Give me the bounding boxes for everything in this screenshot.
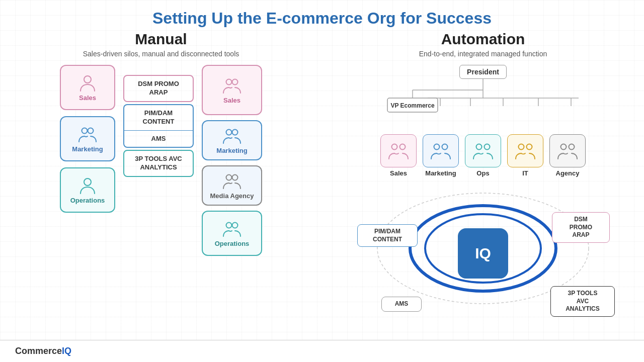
org-it-label: IT — [522, 169, 528, 177]
org-lines-svg: VP Ecommerce — [362, 79, 604, 134]
tool-ams: AMS — [123, 130, 194, 148]
svg-point-11 — [232, 222, 238, 228]
auto-tool-3p: 3P TOOLSAVCANALYTICS — [550, 286, 615, 317]
person-group-icon — [430, 141, 452, 161]
person-icon — [77, 176, 98, 195]
svg-point-28 — [476, 144, 482, 150]
person-icon — [222, 172, 242, 190]
manual-right-operations-box: Operations — [202, 211, 262, 256]
person-icon — [222, 220, 242, 238]
org-child-it: IT — [507, 134, 543, 177]
auto-tool-ams-label: AMS — [395, 300, 409, 307]
org-child-agency-box — [549, 134, 586, 167]
svg-point-8 — [226, 174, 232, 180]
svg-point-25 — [400, 144, 406, 150]
person-icon — [222, 76, 242, 95]
svg-point-30 — [519, 144, 524, 150]
manual-operations-box: Operations — [60, 167, 115, 213]
org-children-row: Sales Marketin — [380, 134, 586, 177]
org-child-it-box — [507, 134, 543, 167]
manual-sales-box: Sales — [60, 65, 115, 110]
manual-right-operations-label: Operations — [215, 240, 250, 247]
svg-point-29 — [485, 144, 490, 150]
org-ops-label: Ops — [476, 169, 489, 177]
manual-right-mediaagency-box: Media Agency — [202, 165, 262, 206]
org-chart: President — [332, 65, 634, 177]
svg-point-26 — [434, 144, 440, 150]
svg-point-3 — [84, 178, 91, 186]
tool-pim-ams-group: PIM/DAM CONTENT AMS — [123, 104, 194, 148]
manual-tools-col: DSM PROMO ARAP PIM/DAM CONTENT AMS 3P TO… — [123, 65, 194, 177]
tool-pim: PIM/DAM CONTENT — [123, 104, 194, 130]
manual-right-people-col: Sales Marketing — [202, 65, 262, 256]
auto-tool-ams: AMS — [381, 297, 422, 312]
svg-point-5 — [232, 79, 238, 84]
manual-title: Manual — [10, 31, 312, 48]
manual-right-sales-label: Sales — [223, 97, 240, 104]
manual-right-sales-box: Sales — [202, 65, 262, 115]
manual-right-marketing-box: Marketing — [202, 120, 262, 160]
manual-right-marketing-label: Marketing — [216, 147, 247, 154]
iq-center-box: IQ — [458, 228, 508, 279]
automation-title: Automation — [332, 31, 634, 48]
manual-marketing-label: Marketing — [72, 145, 103, 153]
automation-section: Automation End-to-end, integrated manage… — [322, 31, 644, 357]
person-group-icon — [472, 141, 494, 161]
manual-right-mediaagency-label: Media Agency — [210, 192, 254, 200]
auto-tool-dsm-label: DSMPROMOARAP — [570, 216, 592, 238]
footer: CommerceIQ — [0, 340, 644, 362]
org-child-marketing: Marketing — [423, 134, 459, 177]
iq-diagram: IQ PIM/DAMCONTENT DSMPROMOARAP AMS 3P T — [342, 183, 624, 324]
person-icon — [77, 74, 98, 92]
person-group-icon — [556, 141, 579, 161]
svg-point-27 — [442, 144, 448, 150]
svg-point-24 — [392, 144, 397, 150]
org-child-ops-box — [465, 134, 501, 167]
footer-logo-iq: IQ — [62, 346, 71, 356]
svg-point-4 — [226, 79, 232, 84]
tool-3p: 3P TOOLS AVC ANALYTICS — [123, 150, 194, 177]
org-top-level: President — [362, 65, 604, 134]
person-group-icon — [514, 141, 536, 161]
automation-subtitle: End-to-end, integrated managed function — [332, 50, 634, 58]
manual-people-col: Sales Marketing — [60, 65, 115, 213]
auto-tool-pim: PIM/DAMCONTENT — [357, 224, 418, 247]
org-sales-label: Sales — [390, 169, 407, 177]
svg-point-31 — [527, 144, 532, 150]
org-marketing-label: Marketing — [425, 169, 456, 177]
manual-section: Manual Sales-driven silos, manual and di… — [0, 31, 322, 357]
manual-sales-label: Sales — [79, 94, 96, 102]
org-child-sales: Sales — [380, 134, 417, 177]
page-wrapper: Setting Up the E-commerce Org for Succes… — [0, 0, 644, 362]
svg-point-32 — [561, 144, 567, 150]
person-icon — [222, 127, 242, 145]
svg-point-1 — [82, 128, 88, 133]
svg-point-0 — [84, 76, 91, 83]
svg-point-7 — [232, 129, 238, 135]
person-icon — [77, 125, 98, 143]
auto-tool-dsm: DSMPROMOARAP — [552, 212, 610, 243]
auto-tool-3p-label: 3P TOOLSAVCANALYTICS — [566, 290, 600, 312]
footer-logo: CommerceIQ — [15, 346, 71, 356]
main-columns: Manual Sales-driven silos, manual and di… — [0, 31, 644, 357]
tool-dsm: DSM PROMO ARAP — [123, 75, 194, 102]
manual-grid: Sales Marketing — [10, 65, 312, 256]
org-agency-label: Agency — [556, 169, 580, 177]
svg-point-2 — [88, 128, 94, 133]
page-title: Setting Up the E-commerce Org for Succes… — [0, 0, 644, 31]
svg-point-6 — [226, 129, 232, 135]
manual-marketing-box: Marketing — [60, 116, 115, 161]
footer-logo-commerce: Commerce — [15, 346, 62, 356]
org-child-agency: Agency — [549, 134, 586, 177]
org-child-ops: Ops — [465, 134, 501, 177]
org-president-box: President — [459, 65, 507, 79]
svg-point-33 — [569, 144, 575, 150]
manual-subtitle: Sales-driven silos, manual and disconnec… — [10, 50, 312, 58]
org-child-sales-box — [380, 134, 417, 167]
manual-operations-label: Operations — [70, 197, 105, 204]
svg-point-9 — [232, 174, 238, 180]
auto-tool-pim-label: PIM/DAMCONTENT — [373, 228, 402, 243]
svg-text:VP Ecommerce: VP Ecommerce — [390, 102, 434, 109]
person-group-icon — [387, 141, 410, 161]
org-child-marketing-box — [423, 134, 459, 167]
